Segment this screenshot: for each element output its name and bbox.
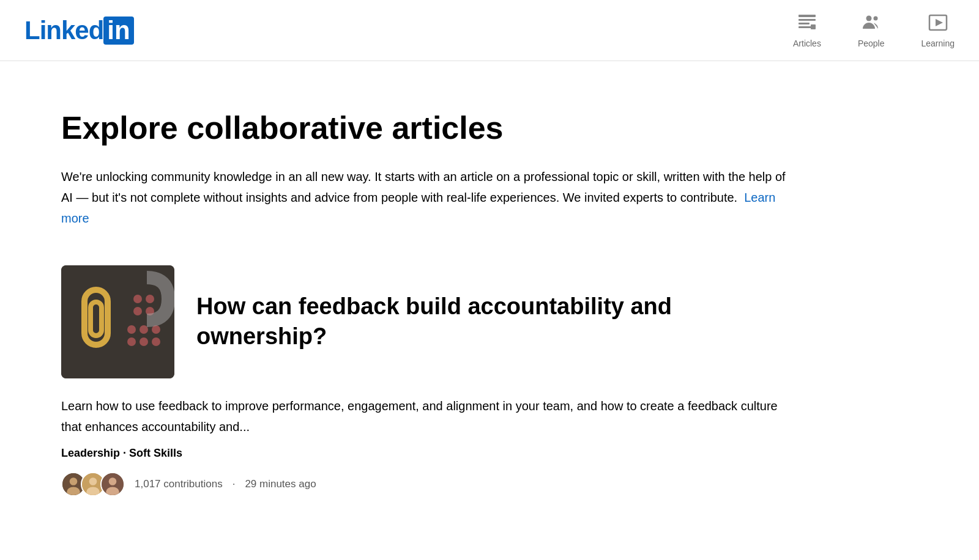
svg-point-19: [127, 337, 136, 346]
svg-point-21: [152, 337, 160, 346]
svg-point-16: [127, 325, 136, 334]
learning-icon: [928, 13, 948, 35]
svg-point-5: [866, 15, 871, 21]
article-tags[interactable]: Leadership · Soft Skills: [61, 447, 795, 460]
article-card: How can feedback build accountability an…: [61, 265, 795, 496]
svg-point-12: [133, 295, 142, 303]
avatars-group: [61, 472, 125, 496]
nav-bar: Articles People Learning: [793, 13, 955, 48]
svg-rect-1: [798, 19, 816, 21]
nav-item-articles[interactable]: Articles: [793, 13, 821, 48]
description-text: We're unlocking community knowledge in a…: [61, 170, 786, 204]
logo-text: Linked: [24, 18, 103, 43]
svg-point-6: [873, 16, 877, 20]
page-title: Explore collaborative articles: [61, 110, 795, 147]
articles-icon: [797, 13, 817, 35]
svg-point-26: [89, 477, 97, 485]
svg-point-30: [106, 487, 119, 496]
svg-rect-4: [811, 24, 816, 29]
logo[interactable]: Linkedin: [24, 17, 134, 45]
nav-item-learning[interactable]: Learning: [921, 13, 955, 48]
nav-item-people[interactable]: People: [858, 13, 885, 48]
logo-box: in: [103, 17, 133, 45]
meta-separator: ·: [233, 478, 236, 490]
header: Linkedin Articles: [0, 0, 979, 61]
time-ago: 29 minutes ago: [245, 478, 316, 490]
article-thumbnail: [61, 265, 174, 378]
svg-point-27: [86, 487, 100, 496]
svg-rect-0: [798, 15, 816, 17]
svg-rect-2: [798, 23, 810, 24]
main-content: Explore collaborative articles We're unl…: [0, 61, 857, 533]
svg-point-29: [109, 477, 117, 485]
nav-label-articles: Articles: [793, 39, 821, 48]
people-icon: [862, 13, 881, 35]
svg-marker-8: [936, 19, 943, 26]
nav-label-learning: Learning: [921, 39, 955, 48]
article-description: Learn how to use feedback to improve per…: [61, 396, 795, 437]
svg-rect-3: [798, 26, 812, 28]
svg-point-24: [67, 487, 80, 496]
article-header: How can feedback build accountability an…: [61, 265, 795, 378]
svg-point-13: [146, 295, 154, 303]
nav-label-people: People: [858, 39, 885, 48]
svg-point-20: [140, 337, 148, 346]
article-meta: 1,017 contributions · 29 minutes ago: [61, 472, 795, 496]
page-description: We're unlocking community knowledge in a…: [61, 166, 795, 229]
contributions-count: 1,017 contributions: [135, 478, 223, 490]
article-title[interactable]: How can feedback build accountability an…: [196, 292, 795, 352]
svg-point-14: [133, 307, 142, 315]
svg-point-23: [70, 477, 78, 485]
svg-point-17: [140, 325, 148, 334]
avatar-3: [100, 472, 125, 496]
